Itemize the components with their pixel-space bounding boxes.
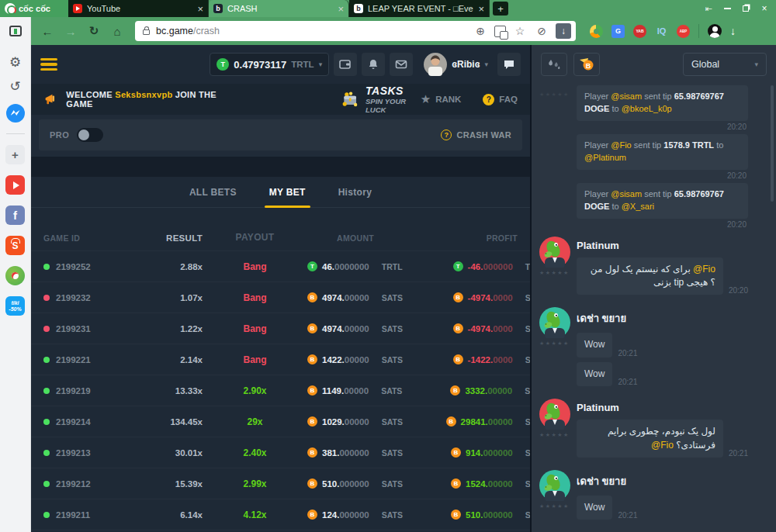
- chat-username[interactable]: Platinum: [577, 402, 748, 413]
- facebook-shortcut-icon[interactable]: f: [5, 206, 25, 225]
- tasks-link[interactable]: TASKSSPIN YOUR LUCK: [341, 85, 421, 114]
- profit-value: -1422.0000: [468, 355, 513, 364]
- coin-rain-button[interactable]: [541, 53, 567, 76]
- download-page-button[interactable]: ↓: [556, 23, 571, 39]
- coccoc-logo[interactable]: cốc cốc: [0, 0, 68, 17]
- notifications-button[interactable]: [362, 53, 385, 76]
- forward-button[interactable]: →: [61, 21, 81, 41]
- profit-value: -4974.0000: [468, 324, 513, 333]
- tab-history[interactable]: History: [338, 187, 372, 198]
- amount-cell: B381.000000SATS: [307, 447, 403, 458]
- iq-extension-icon[interactable]: IQ: [655, 25, 668, 38]
- address-bar[interactable]: bc.game/crash ⊕ ☆ ⊘ ↓: [135, 21, 576, 41]
- chat-scrollbar[interactable]: [771, 85, 774, 202]
- tab-all-bets[interactable]: ALL BETS: [189, 187, 237, 198]
- user-avatar[interactable]: [539, 399, 570, 430]
- game-id[interactable]: 2199214: [56, 417, 91, 427]
- youtube-shortcut-icon[interactable]: [5, 175, 25, 195]
- mention[interactable]: @Fio: [611, 140, 631, 150]
- mention[interactable]: @Fio: [693, 264, 715, 275]
- reload-button[interactable]: ↻: [84, 21, 104, 41]
- tab-close-icon[interactable]: ×: [478, 4, 484, 14]
- chat-username[interactable]: Platinum: [577, 240, 748, 251]
- url-text[interactable]: bc.game/crash: [156, 26, 466, 36]
- browser-tab-leap-year[interactable]: b LEAP YEAR EVENT - □Event - ×: [349, 0, 490, 17]
- hamburger-menu-icon[interactable]: [40, 58, 57, 71]
- amount-value: 381.000000: [322, 448, 369, 458]
- game-id[interactable]: 2199252: [56, 262, 91, 271]
- amount-currency: SATS: [382, 510, 403, 520]
- browser-tab-youtube[interactable]: YouTube ×: [68, 0, 209, 17]
- mention[interactable]: @sisam: [611, 189, 642, 199]
- sidebar-toggle-button[interactable]: [0, 17, 31, 45]
- user-menu[interactable]: ɞRibiɞ ▾: [424, 53, 488, 76]
- section-gap: [31, 157, 530, 177]
- game-id[interactable]: 2199221: [56, 355, 91, 364]
- browser-tab-crash[interactable]: b CRASH ×: [209, 0, 349, 17]
- bcgame-light-favicon: b: [354, 4, 363, 13]
- crash-war-link[interactable]: ?CRASH WAR: [441, 130, 511, 140]
- tab-close-icon[interactable]: ×: [197, 4, 203, 14]
- coccoc-shortcut-icon[interactable]: [5, 266, 25, 285]
- wallet-button[interactable]: [334, 53, 357, 76]
- profit-currency: SATS: [525, 386, 530, 396]
- coin-drop-button[interactable]: [573, 53, 600, 76]
- yab-extension-icon[interactable]: YAB: [633, 25, 646, 38]
- new-tab-button[interactable]: +: [493, 2, 508, 16]
- mention[interactable]: @X_sari: [622, 202, 654, 211]
- sats-coin-icon: B: [446, 416, 456, 427]
- mention[interactable]: @bkoeL_k0p: [622, 104, 672, 113]
- coccoc-savior-extension-icon[interactable]: [590, 25, 603, 38]
- chat-toggle-button[interactable]: [497, 53, 521, 76]
- amount-value: 4974.00000: [322, 293, 369, 302]
- tab-close-icon[interactable]: ×: [338, 4, 344, 14]
- sats-coin-icon: B: [451, 478, 461, 489]
- game-id[interactable]: 2199211: [56, 510, 90, 520]
- chat-username[interactable]: เดช่า ขยาย: [577, 473, 748, 489]
- tiki-shortcut-icon[interactable]: tiki-50%: [5, 296, 25, 316]
- game-id[interactable]: 2199213: [56, 448, 91, 458]
- home-button[interactable]: ⌂: [107, 21, 127, 41]
- adblock-shield-icon[interactable]: ⊘: [534, 25, 549, 37]
- tip-message: Player @Fio sent tip 1578.9 TRTL to @Pla…: [539, 134, 748, 180]
- back-button[interactable]: ←: [37, 21, 57, 41]
- abp-extension-icon[interactable]: ABP: [677, 25, 690, 38]
- mention[interactable]: @Fio: [651, 440, 674, 451]
- history-icon[interactable]: ↺: [9, 80, 20, 93]
- user-avatar[interactable]: [539, 237, 570, 268]
- restore-button[interactable]: [737, 2, 754, 16]
- faq-link[interactable]: ?FAQ: [483, 94, 518, 105]
- game-id[interactable]: 2199231: [56, 324, 91, 333]
- translate-page-icon[interactable]: [494, 26, 506, 37]
- translate-extension-icon[interactable]: G: [611, 25, 625, 38]
- game-id[interactable]: 2199232: [56, 293, 91, 302]
- bookmark-star-icon[interactable]: ☆: [512, 25, 528, 37]
- game-id[interactable]: 2199212: [56, 479, 91, 489]
- add-shortcut-button[interactable]: +: [5, 145, 25, 164]
- payout-value: Bang: [203, 292, 307, 303]
- balance-selector[interactable]: T 0.47973117 TRTL ▾: [210, 53, 329, 76]
- chat-username[interactable]: เดช่า ขยาย: [577, 310, 748, 326]
- minimize-button[interactable]: [719, 2, 736, 16]
- profit-cell: B914.000000SATS: [403, 447, 530, 458]
- browser-profile-icon[interactable]: [708, 24, 722, 38]
- close-button[interactable]: ×: [756, 2, 773, 16]
- downloads-icon[interactable]: ↓: [730, 25, 736, 37]
- pro-toggle[interactable]: [77, 128, 103, 142]
- settings-gear-icon[interactable]: ⚙: [9, 56, 21, 69]
- result-value: 1.07x: [129, 293, 203, 302]
- game-status-dot: [43, 512, 50, 518]
- tab-my-bet[interactable]: MY BET: [269, 187, 306, 198]
- messenger-icon[interactable]: [6, 104, 25, 123]
- mention[interactable]: @Platinum: [584, 153, 626, 162]
- shopee-shortcut-icon[interactable]: S: [5, 236, 25, 255]
- chat-channel-selector[interactable]: Global▾: [683, 53, 767, 76]
- user-avatar[interactable]: [539, 307, 570, 338]
- messages-button[interactable]: [390, 53, 413, 76]
- mention[interactable]: @sisam: [611, 92, 642, 101]
- rank-link[interactable]: ★RANK: [421, 92, 462, 106]
- zoom-page-icon[interactable]: ⊕: [473, 25, 488, 37]
- pin-sidebar-icon[interactable]: ⇤: [700, 2, 717, 16]
- user-avatar[interactable]: [539, 470, 570, 501]
- game-id[interactable]: 2199219: [56, 386, 91, 396]
